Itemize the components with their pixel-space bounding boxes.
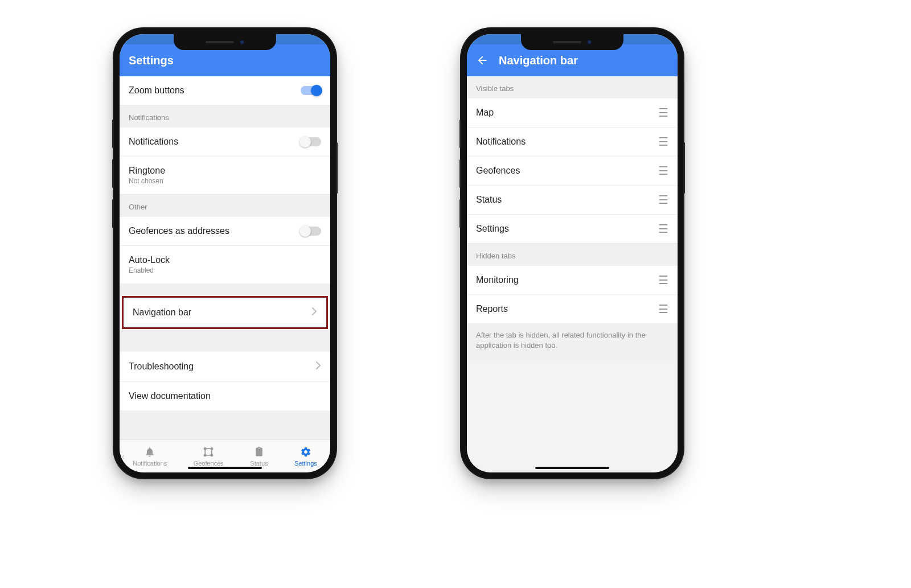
navbar-config-list: Visible tabs Map ☰ Notifications ☰ Geofe… <box>467 76 678 472</box>
tab-row-geofences[interactable]: Geofences ☰ <box>467 156 678 185</box>
tab-label: Status <box>250 460 268 467</box>
drag-handle-icon[interactable]: ☰ <box>658 139 668 144</box>
row-label: Geofences <box>476 166 658 176</box>
row-label: Status <box>476 195 658 205</box>
row-sub: Not chosen <box>129 177 321 185</box>
row-autolock[interactable]: Auto-Lock Enabled <box>120 245 330 283</box>
row-label: Monitoring <box>476 275 658 285</box>
section-header-hidden: Hidden tabs <box>467 243 678 266</box>
row-label: Zoom buttons <box>129 85 301 96</box>
settings-list: Zoom buttons Notifications Notifications… <box>120 76 330 439</box>
phone-notch <box>174 34 276 50</box>
row-label: Geofences as addresses <box>129 226 301 236</box>
phone-mockup-settings: Settings Zoom buttons Notifications Noti… <box>114 28 336 478</box>
arrow-left-icon <box>476 54 489 67</box>
row-label: Navigation bar <box>133 307 311 318</box>
tab-label: Notifications <box>133 460 167 467</box>
tab-settings[interactable]: Settings <box>294 446 317 467</box>
phone-notch <box>521 34 623 50</box>
row-navigation-bar[interactable]: Navigation bar <box>124 298 326 327</box>
tab-notifications[interactable]: Notifications <box>133 446 167 467</box>
row-ringtone[interactable]: Ringtone Not chosen <box>120 156 330 194</box>
toggle-geofences-addresses[interactable] <box>301 227 321 236</box>
gear-icon <box>300 446 311 459</box>
drag-handle-icon[interactable]: ☰ <box>658 227 668 231</box>
page-title: Settings <box>129 54 174 67</box>
tab-row-reports[interactable]: Reports ☰ <box>467 294 678 323</box>
drag-handle-icon[interactable]: ☰ <box>658 307 668 311</box>
tab-label: Geofences <box>194 460 224 467</box>
bell-icon <box>144 446 155 459</box>
drag-handle-icon[interactable]: ☰ <box>658 168 668 173</box>
svg-point-2 <box>211 447 212 449</box>
row-label: Notifications <box>129 137 301 147</box>
chevron-left-icon[interactable]: ‹ <box>122 452 125 461</box>
screen: Settings Zoom buttons Notifications Noti… <box>120 34 330 472</box>
home-indicator <box>188 467 262 469</box>
row-sub: Enabled <box>129 266 321 274</box>
row-zoom-buttons[interactable]: Zoom buttons <box>120 76 330 105</box>
chevron-right-icon <box>315 361 321 372</box>
row-label: Notifications <box>476 137 658 147</box>
tab-row-settings[interactable]: Settings ☰ <box>467 214 678 243</box>
toggle-zoom[interactable] <box>301 86 321 95</box>
row-troubleshooting[interactable]: Troubleshooting <box>120 352 330 381</box>
toggle-notifications[interactable] <box>301 137 321 146</box>
tab-row-status[interactable]: Status ☰ <box>467 185 678 214</box>
section-header-notifications: Notifications <box>120 105 330 128</box>
section-header-other: Other <box>120 194 330 217</box>
home-indicator <box>535 467 609 469</box>
tab-row-map[interactable]: Map ☰ <box>467 98 678 127</box>
phone-mockup-navbar: Navigation bar Visible tabs Map ☰ Notifi… <box>461 28 683 478</box>
row-label: Troubleshooting <box>129 361 315 372</box>
drag-handle-icon[interactable]: ☰ <box>658 278 668 282</box>
row-notifications[interactable]: Notifications <box>120 128 330 156</box>
geofence-icon <box>203 446 214 459</box>
row-label: View documentation <box>129 391 321 401</box>
row-geofences-addresses[interactable]: Geofences as addresses <box>120 217 330 245</box>
drag-handle-icon[interactable]: ☰ <box>658 198 668 202</box>
section-header-visible: Visible tabs <box>467 76 678 98</box>
clipboard-icon <box>253 446 265 459</box>
tab-row-notifications[interactable]: Notifications ☰ <box>467 127 678 156</box>
svg-point-4 <box>211 454 212 456</box>
tab-geofences[interactable]: Geofences <box>194 446 224 467</box>
footer-hint: After the tab is hidden, all related fun… <box>467 323 678 360</box>
row-label: Ringtone <box>129 166 321 176</box>
page-title: Navigation bar <box>499 54 578 67</box>
row-label: Settings <box>476 224 658 234</box>
highlighted-row-frame: Navigation bar <box>122 296 328 329</box>
tab-status[interactable]: Status <box>250 446 268 467</box>
drag-handle-icon[interactable]: ☰ <box>658 110 668 115</box>
row-label: Auto-Lock <box>129 255 321 265</box>
chevron-right-icon <box>311 307 317 318</box>
tab-row-monitoring[interactable]: Monitoring ☰ <box>467 266 678 294</box>
row-label: Map <box>476 108 658 118</box>
screen: Navigation bar Visible tabs Map ☰ Notifi… <box>467 34 678 472</box>
svg-point-1 <box>204 447 206 449</box>
svg-point-3 <box>204 454 206 456</box>
tab-label: Settings <box>294 460 317 467</box>
row-label: Reports <box>476 304 658 314</box>
back-button[interactable] <box>476 54 489 67</box>
row-view-documentation[interactable]: View documentation <box>120 381 330 410</box>
